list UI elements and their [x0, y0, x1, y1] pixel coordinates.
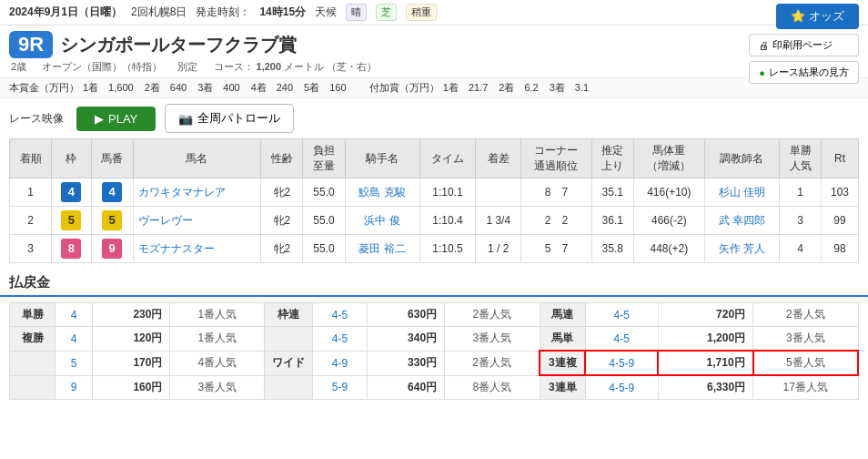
- tansho-amount: 230円: [93, 303, 170, 327]
- result-row: 255ヴーレヴー牝255.0浜中 俊1:10.41 3/42 236.1466(…: [10, 207, 859, 235]
- result-table: 着順 枠 馬番 馬名 性齢 負担至量 騎手名 タイム 着差 コーナー通過順位 推…: [9, 138, 859, 263]
- race-number: 9R: [9, 31, 53, 58]
- sanrentan-pop: 17番人気: [753, 375, 858, 400]
- umatan-pop: 3番人気: [753, 327, 858, 352]
- fukusho-num-3: 9: [56, 375, 93, 400]
- camera-icon: 📷: [178, 112, 193, 126]
- play-icon: ▶: [95, 112, 104, 126]
- prize-5: 5着 160: [304, 81, 346, 95]
- umatan-label: 馬単: [540, 327, 585, 352]
- th-time: タイム: [419, 139, 476, 178]
- wide-pop-1: 2番人気: [445, 351, 540, 375]
- fukusho-num-2: 5: [56, 351, 93, 375]
- jockey-link[interactable]: 浜中 俊: [364, 214, 399, 227]
- wide-num-2: 5-9: [313, 375, 368, 400]
- sanrentan-label: 3連単: [540, 375, 585, 400]
- race-name: シンガポールターフクラブ賞: [60, 33, 297, 57]
- sanrenfuku-amount: 1,710円: [658, 351, 752, 375]
- payout-section: 単勝 4 230円 1番人気 枠連 4-5 630円 2番人気 馬連 4-5 7…: [0, 302, 868, 409]
- fukusho-label2: [10, 351, 56, 375]
- wakuren-pop-2: 3番人気: [445, 327, 540, 352]
- th-last-f: 推定上り: [591, 139, 633, 178]
- th-horse-name: 馬名: [133, 139, 261, 178]
- wide-amount-1: 330円: [367, 351, 444, 375]
- fuka-3: 3着 3.1: [550, 81, 589, 95]
- umatan-amount: 1,200円: [658, 327, 752, 352]
- wide-label: ワイド: [265, 351, 313, 375]
- umaren-num: 4-5: [585, 303, 658, 327]
- fukusho-pop-1: 1番人気: [170, 327, 265, 352]
- video-bar: レース映像 ▶ PLAY 📷 全周パトロール: [0, 98, 868, 138]
- patrol-button[interactable]: 📷 全周パトロール: [165, 104, 294, 133]
- race-title-row: 9R シンガポールターフクラブ賞: [9, 31, 859, 58]
- wakuren-label2: [265, 327, 313, 352]
- th-weight: 負担至量: [303, 139, 345, 178]
- honshok-label: 本賞金（万円）: [9, 81, 79, 95]
- wakuren-pop-1: 2番人気: [445, 303, 540, 327]
- fukusho-pop-3: 3番人気: [170, 375, 265, 400]
- trainer-link[interactable]: 武 幸四郎: [719, 214, 765, 227]
- race-grade: オープン（国際）（特指）: [42, 61, 162, 72]
- fukusho-amount-1: 120円: [93, 327, 170, 352]
- horse-name-link[interactable]: モズナナスター: [138, 242, 215, 255]
- payout-row-1: 単勝 4 230円 1番人気 枠連 4-5 630円 2番人気 馬連 4-5 7…: [10, 303, 859, 327]
- results-guide-button[interactable]: ● レース結果の見方: [749, 61, 859, 84]
- wakuren-amount-2: 340円: [367, 327, 444, 352]
- wakuren-num-1: 4-5: [313, 303, 368, 327]
- horse-name-link[interactable]: ヴーレヴー: [138, 214, 193, 227]
- weather-value: 晴: [346, 4, 367, 21]
- info-icon: ●: [759, 67, 765, 78]
- umatan-num: 4-5: [585, 327, 658, 352]
- start-time-label: 発走時刻：: [196, 5, 250, 20]
- print-icon: 🖨: [759, 40, 769, 51]
- th-trainer: 調教師名: [704, 139, 779, 178]
- race-surface: 芝・右: [337, 61, 367, 72]
- tansho-pop: 1番人気: [170, 303, 265, 327]
- th-frame: 枠: [52, 139, 91, 178]
- horse-name-link[interactable]: カワキタマナレア: [138, 186, 226, 199]
- umaren-pop: 2番人気: [753, 303, 858, 327]
- play-button[interactable]: ▶ PLAY: [76, 107, 156, 131]
- th-rank: 着順: [10, 139, 52, 178]
- start-time-value: 14時15分: [259, 5, 306, 20]
- tansho-num: 4: [56, 303, 93, 327]
- sanrentan-amount: 6,330円: [658, 375, 752, 400]
- th-popularity: 単勝人気: [780, 139, 822, 178]
- race-type: 別定: [177, 61, 197, 72]
- result-row: 144カワキタマナレア牝255.0鮫島 克駿1:10.18 735.1416(+…: [10, 178, 859, 207]
- jockey-link[interactable]: 鮫島 克駿: [358, 186, 405, 199]
- weather-label: 天候: [315, 5, 337, 20]
- course-label: コース：: [214, 61, 254, 72]
- sanrenfuku-num: 4-5-9: [585, 351, 658, 375]
- trainer-link[interactable]: 杉山 佳明: [719, 186, 765, 199]
- trainer-link[interactable]: 矢作 芳人: [719, 242, 765, 255]
- umaren-label: 馬連: [540, 303, 585, 327]
- fuka-1: 1着 21.7: [443, 81, 489, 95]
- sanrenfuku-label: 3連複: [540, 351, 585, 375]
- result-row: 389モズナナスター牝255.0菱田 裕二1:10.51 / 25 735.84…: [10, 235, 859, 263]
- odds-button[interactable]: ⭐ オッズ: [776, 4, 859, 29]
- payout-row-3: 5 170円 4番人気 ワイド 4-9 330円 2番人気 3連複 4-5-9 …: [10, 351, 859, 375]
- prize-1: 1着 1,600: [83, 81, 134, 95]
- payout-title: 払戻金: [0, 267, 868, 297]
- th-body-weight: 馬体重（増減）: [633, 139, 704, 178]
- race-age: 2歳: [11, 61, 26, 72]
- wide-num-1: 4-9: [313, 351, 368, 375]
- payout-row-4: 9 160円 3番人気 5-9 640円 8番人気 3連単 4-5-9 6,33…: [10, 375, 859, 400]
- fukusho-label: 複勝: [10, 327, 56, 352]
- tansho-label: 単勝: [10, 303, 56, 327]
- umaren-amount: 720円: [658, 303, 752, 327]
- wakuren-amount-1: 630円: [367, 303, 444, 327]
- fukusho-num-1: 4: [56, 327, 93, 352]
- th-diff: 着差: [476, 139, 521, 178]
- prize-row: 本賞金（万円） 1着 1,600 2着 640 3着 400 4着 240 5着…: [0, 77, 868, 98]
- print-button[interactable]: 🖨 印刷用ページ: [749, 34, 859, 56]
- prize-2: 2着 640: [145, 81, 187, 95]
- race-date: 2024年9月1日（日曜）: [9, 5, 122, 20]
- th-rt: Rt: [822, 139, 859, 178]
- wakuren-num-2: 4-5: [313, 327, 368, 352]
- prize-4: 4着 240: [251, 81, 293, 95]
- jockey-link[interactable]: 菱田 裕二: [358, 242, 405, 255]
- fukusho-amount-2: 170円: [93, 351, 170, 375]
- fukusho-label3: [10, 375, 56, 400]
